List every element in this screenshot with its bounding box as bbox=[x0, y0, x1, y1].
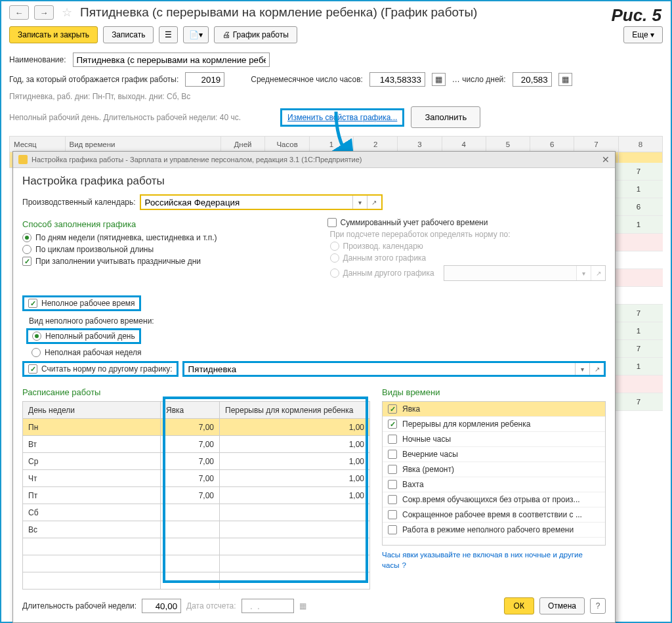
chevron-down-icon[interactable]: ▾ bbox=[352, 196, 367, 209]
list-item[interactable]: Вечерние часы bbox=[383, 447, 605, 462]
schedule-table[interactable]: День недели Явка Перерывы для кормления … bbox=[22, 401, 370, 590]
table-row[interactable]: Пт7,001,00 bbox=[23, 487, 370, 504]
dialog-heading: Настройка графика работы bbox=[22, 175, 606, 188]
radio-part-day[interactable] bbox=[32, 332, 41, 341]
checkbox[interactable] bbox=[388, 510, 397, 519]
checkbox[interactable] bbox=[388, 435, 397, 444]
table-row[interactable]: Вт7,001,00 bbox=[23, 436, 370, 453]
list-item[interactable]: Явка (ремонт) bbox=[383, 462, 605, 477]
week-length-label: Длительность рабочей недели: bbox=[22, 601, 136, 611]
check-sum-account[interactable] bbox=[327, 218, 337, 227]
parttime-kind-label: Вид неполного рабочего времени: bbox=[29, 316, 606, 326]
list-item[interactable]: Ночные часы bbox=[383, 432, 605, 447]
types-heading: Виды времени bbox=[382, 387, 606, 397]
checkbox[interactable] bbox=[388, 465, 397, 474]
table-row[interactable]: Вс bbox=[23, 521, 370, 538]
norm-schedule-select[interactable] bbox=[184, 363, 575, 375]
table-row[interactable]: Чт7,001,00 bbox=[23, 470, 370, 487]
dialog-title: Настройка графика работы - Зарплата и уп… bbox=[32, 156, 362, 163]
list-item[interactable]: Работа в режиме неполного рабочего време… bbox=[383, 523, 605, 538]
week-length-input[interactable] bbox=[142, 599, 181, 613]
list-item[interactable]: Сокр.время обучающихся без отрыва от про… bbox=[383, 492, 605, 507]
open-icon[interactable]: ↗ bbox=[589, 363, 604, 375]
checkbox[interactable] bbox=[388, 495, 397, 504]
start-date-label: Дата отсчета: bbox=[186, 601, 236, 611]
check-parttime[interactable] bbox=[28, 299, 37, 308]
list-item[interactable]: Сокращенное рабочее время в соответствии… bbox=[383, 507, 605, 523]
checkbox[interactable] bbox=[388, 450, 397, 459]
cancel-button[interactable]: Отмена bbox=[539, 597, 585, 614]
schedule-heading: Расписание работы bbox=[22, 387, 370, 397]
radio-part-week[interactable] bbox=[32, 348, 41, 357]
open-icon[interactable]: ↗ bbox=[367, 196, 381, 209]
list-item[interactable]: Явка bbox=[383, 402, 605, 417]
checkbox[interactable] bbox=[388, 404, 397, 414]
checkbox[interactable] bbox=[388, 419, 397, 429]
more-button[interactable]: Еще bbox=[623, 26, 663, 43]
calendar-icon: ▦ bbox=[299, 601, 306, 611]
chevron-down-icon[interactable]: ▾ bbox=[575, 363, 589, 375]
check-holidays[interactable] bbox=[22, 257, 32, 266]
checkbox[interactable] bbox=[388, 525, 397, 534]
checkbox[interactable] bbox=[388, 480, 397, 489]
app-icon bbox=[18, 155, 28, 164]
ok-button[interactable]: ОК bbox=[504, 597, 534, 614]
table-row[interactable]: Ср7,001,00 bbox=[23, 453, 370, 470]
table-row[interactable]: Пн7,001,00 bbox=[23, 419, 370, 436]
fill-method-heading: Способ заполнения графика bbox=[22, 219, 301, 229]
check-norm-other[interactable] bbox=[28, 364, 37, 374]
calendar-peek: 716171717 bbox=[614, 163, 663, 411]
help-icon[interactable]: ? bbox=[402, 561, 406, 569]
table-row[interactable]: Сб bbox=[23, 504, 370, 521]
schedule-settings-dialog: Настройка графика работы - Зарплата и уп… bbox=[12, 151, 616, 623]
help-button[interactable]: ? bbox=[590, 598, 606, 614]
list-item[interactable]: Перерывы для кормления ребенка bbox=[383, 417, 605, 432]
radio-weekdays[interactable] bbox=[22, 233, 32, 242]
figure-label: Рис. 5 bbox=[611, 5, 662, 26]
radio-cycles[interactable] bbox=[22, 245, 32, 254]
types-note: Часы явки указывайте не включая в них но… bbox=[382, 549, 606, 570]
calendar-label: Производственный календарь: bbox=[22, 198, 136, 207]
start-date-input bbox=[242, 599, 294, 613]
close-icon[interactable]: ✕ bbox=[602, 154, 610, 165]
time-types-list[interactable]: ЯвкаПерерывы для кормления ребенкаНочные… bbox=[382, 401, 606, 546]
list-item[interactable]: Вахта bbox=[383, 477, 605, 492]
calendar-select[interactable] bbox=[141, 196, 352, 209]
